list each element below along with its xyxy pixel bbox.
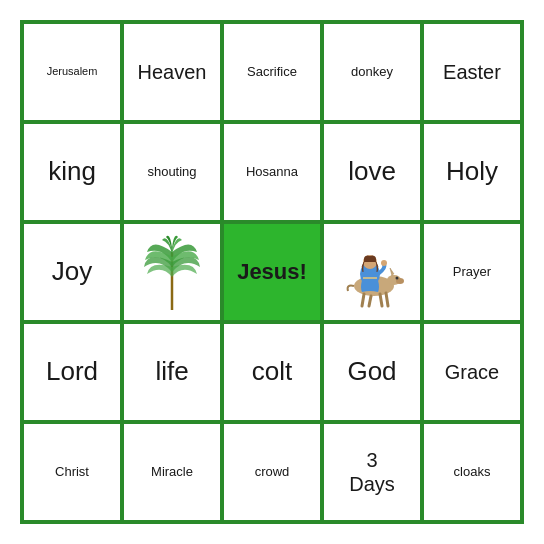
cell-label-r2c0: Joy bbox=[52, 256, 92, 287]
cell-r0c0: Jerusalem bbox=[22, 22, 122, 122]
cell-label-r3c2: colt bbox=[252, 356, 292, 387]
cell-label-r0c3: donkey bbox=[351, 64, 393, 80]
cell-label-r3c1: life bbox=[155, 356, 188, 387]
svg-point-11 bbox=[381, 260, 387, 266]
cell-r1c4: Holy bbox=[422, 122, 522, 222]
cell-label-r0c4: Easter bbox=[443, 60, 501, 84]
cell-r3c4: Grace bbox=[422, 322, 522, 422]
cell-label-r0c2: Sacrifice bbox=[247, 64, 297, 80]
cell-r1c2: Hosanna bbox=[222, 122, 322, 222]
cell-r4c1: Miracle bbox=[122, 422, 222, 522]
cell-r4c2: crowd bbox=[222, 422, 322, 522]
cell-r1c1: shouting bbox=[122, 122, 222, 222]
cell-r3c2: colt bbox=[222, 322, 322, 422]
cell-label-r2c4: Prayer bbox=[453, 264, 491, 280]
cell-r0c3: donkey bbox=[322, 22, 422, 122]
cell-label-r1c1: shouting bbox=[147, 164, 196, 180]
cell-r2c2: Jesus! bbox=[222, 222, 322, 322]
cell-label-r4c2: crowd bbox=[255, 464, 290, 480]
svg-line-5 bbox=[369, 296, 371, 306]
cell-r2c1 bbox=[122, 222, 222, 322]
cell-label-r4c0: Christ bbox=[55, 464, 89, 480]
cell-label-r1c0: king bbox=[48, 156, 96, 187]
svg-line-4 bbox=[362, 294, 364, 306]
cell-label-r1c2: Hosanna bbox=[246, 164, 298, 180]
cell-label-r1c3: love bbox=[348, 156, 396, 187]
cell-r2c0: Joy bbox=[22, 222, 122, 322]
jesus-riding-icon bbox=[336, 236, 408, 308]
cell-r3c0: Lord bbox=[22, 322, 122, 422]
cell-label-r0c0: Jerusalem bbox=[47, 65, 98, 78]
cell-label-r3c3: God bbox=[347, 356, 396, 387]
svg-line-6 bbox=[380, 294, 382, 306]
cell-label-r4c4: cloaks bbox=[454, 464, 491, 480]
bingo-board: JerusalemHeavenSacrificedonkeyEasterking… bbox=[20, 20, 524, 524]
svg-line-7 bbox=[386, 293, 388, 306]
cell-label-r3c4: Grace bbox=[445, 360, 499, 384]
palm-leaf-icon bbox=[142, 232, 202, 312]
cell-r4c4: cloaks bbox=[422, 422, 522, 522]
cell-label-r4c3: 3 Days bbox=[349, 448, 395, 496]
cell-r3c3: God bbox=[322, 322, 422, 422]
cell-label-r4c1: Miracle bbox=[151, 464, 193, 480]
cell-r3c1: life bbox=[122, 322, 222, 422]
cell-label-r1c4: Holy bbox=[446, 156, 498, 187]
cell-r0c1: Heaven bbox=[122, 22, 222, 122]
cell-r2c4: Prayer bbox=[422, 222, 522, 322]
cell-r1c3: love bbox=[322, 122, 422, 222]
cell-label-r0c1: Heaven bbox=[138, 60, 207, 84]
cell-r2c3 bbox=[322, 222, 422, 322]
free-space-label: Jesus! bbox=[237, 259, 307, 285]
cell-r0c4: Easter bbox=[422, 22, 522, 122]
cell-r1c0: king bbox=[22, 122, 122, 222]
cell-r4c3: 3 Days bbox=[322, 422, 422, 522]
cell-r4c0: Christ bbox=[22, 422, 122, 522]
svg-point-8 bbox=[396, 277, 399, 280]
cell-r0c2: Sacrifice bbox=[222, 22, 322, 122]
cell-label-r3c0: Lord bbox=[46, 356, 98, 387]
